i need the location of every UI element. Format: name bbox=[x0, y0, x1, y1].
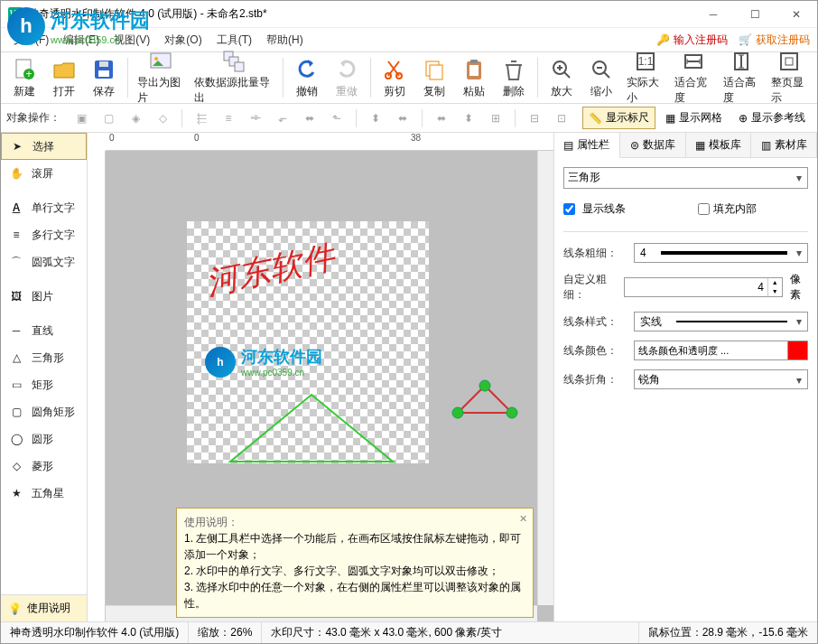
line-style-select[interactable]: 实线 bbox=[634, 312, 808, 331]
tool-ellipse[interactable]: ◯圆形 bbox=[1, 425, 87, 453]
menu-object[interactable]: 对象(O) bbox=[157, 30, 209, 51]
green-triangle-object[interactable] bbox=[221, 387, 402, 469]
tips-close-button[interactable]: ✕ bbox=[516, 512, 529, 525]
layer2-button[interactable]: ◇ bbox=[151, 107, 174, 129]
maximize-button[interactable]: ☐ bbox=[734, 1, 776, 27]
tab-resources[interactable]: ▥素材库 bbox=[751, 133, 817, 157]
menu-file[interactable]: 文件(F) bbox=[6, 30, 56, 51]
align-bottom-button[interactable]: ⬑ bbox=[325, 107, 349, 129]
line-join-label: 线条折角： bbox=[563, 372, 627, 387]
line-color-button[interactable]: 线条颜色和透明度 ... bbox=[634, 341, 808, 360]
triangle-icon: △ bbox=[8, 350, 24, 366]
roundrect-icon: ▢ bbox=[8, 404, 24, 420]
tool-rect[interactable]: ▭矩形 bbox=[1, 371, 87, 398]
send-back-button[interactable]: ▢ bbox=[97, 107, 120, 129]
align-center-button[interactable]: ≡ bbox=[217, 107, 240, 129]
titlebar: W 神奇透明水印制作软件 4.0 (试用版) - 未命名2.stb* ─ ☐ ✕ bbox=[1, 1, 817, 28]
svg-rect-16 bbox=[430, 65, 442, 79]
open-button[interactable]: 打开 bbox=[44, 53, 84, 102]
tool-text-arc[interactable]: ⌒圆弧文字 bbox=[1, 248, 87, 275]
object-ops-label: 对象操作： bbox=[6, 110, 60, 126]
tool-image[interactable]: 🖼图片 bbox=[1, 283, 87, 310]
dist-v-button[interactable]: ⬌ bbox=[391, 107, 414, 129]
key-icon: 🔑 bbox=[656, 33, 670, 46]
menu-view[interactable]: 视图(V) bbox=[107, 30, 157, 51]
dist-h-button[interactable]: ⬍ bbox=[364, 107, 387, 129]
tab-properties[interactable]: ▤属性栏 bbox=[554, 133, 620, 158]
save-button[interactable]: 保存 bbox=[84, 53, 124, 102]
bring-front-button[interactable]: ▣ bbox=[70, 107, 93, 129]
center-h-button[interactable]: ⊟ bbox=[523, 107, 546, 129]
copy-button[interactable]: 复制 bbox=[414, 53, 454, 102]
fit-width-button[interactable]: 适合宽度 bbox=[669, 53, 717, 102]
svg-text:W: W bbox=[10, 8, 21, 21]
zoom-in-button[interactable]: 放大 bbox=[542, 53, 581, 102]
tab-database[interactable]: ⊜数据库 bbox=[620, 133, 686, 157]
actual-size-button[interactable]: 1:1实际大小 bbox=[621, 53, 669, 102]
export-image-button[interactable]: 导出为图片 bbox=[132, 53, 190, 102]
tool-triangle[interactable]: △三角形 bbox=[1, 344, 87, 371]
align-top-button[interactable]: ⬐ bbox=[271, 107, 294, 129]
svg-point-29 bbox=[479, 380, 490, 391]
align-middle-button[interactable]: ⬌ bbox=[298, 107, 321, 129]
get-regcode-link[interactable]: 🛒获取注册码 bbox=[739, 33, 810, 48]
cut-button[interactable]: 剪切 bbox=[375, 53, 414, 102]
fill-checkbox[interactable]: 填充内部 bbox=[698, 201, 757, 217]
menu-edit[interactable]: 编辑(E) bbox=[56, 30, 107, 51]
tips-panel: ✕ 使用说明： 1. 左侧工具栏中选择一个功能后，在画布区域按住鼠标左键拖动，即… bbox=[176, 508, 534, 618]
zoom-out-button[interactable]: 缩小 bbox=[581, 53, 621, 102]
show-line-checkbox[interactable]: 显示线条 bbox=[563, 201, 626, 217]
tool-text-multi[interactable]: ≡多行文字 bbox=[1, 221, 87, 248]
close-button[interactable]: ✕ bbox=[776, 1, 817, 27]
delete-button[interactable]: 删除 bbox=[494, 53, 534, 102]
status-zoom: 缩放：26% bbox=[189, 622, 262, 643]
same-width-button[interactable]: ⬌ bbox=[430, 107, 453, 129]
align-right-button[interactable]: ⬲ bbox=[244, 107, 267, 129]
batch-export-button[interactable]: 依数据源批量导出 bbox=[189, 53, 279, 102]
thickness-select[interactable]: 4 bbox=[634, 243, 808, 263]
shape-type-select[interactable]: 三角形 bbox=[563, 167, 808, 189]
show-grid-toggle[interactable]: ▦显示网格 bbox=[659, 107, 729, 129]
app-icon: W bbox=[8, 7, 23, 22]
svg-point-28 bbox=[452, 407, 463, 418]
help-button[interactable]: 💡使用说明 bbox=[1, 594, 87, 621]
minimize-button[interactable]: ─ bbox=[693, 1, 734, 27]
res-icon: ▥ bbox=[761, 139, 771, 152]
vertical-scrollbar[interactable] bbox=[537, 151, 553, 605]
new-button[interactable]: +新建 bbox=[5, 53, 44, 102]
group-button[interactable]: ⊞ bbox=[484, 107, 507, 129]
logo-circle-icon: h bbox=[205, 347, 236, 378]
canvas-page[interactable]: 河东软件 h 河东软件园 www.pc0359.cn bbox=[187, 221, 429, 463]
line-join-select[interactable]: 锐角 bbox=[634, 369, 808, 389]
tool-pan[interactable]: ✋滚屏 bbox=[1, 160, 87, 187]
tool-text-single[interactable]: A单行文字 bbox=[1, 194, 87, 221]
svg-rect-18 bbox=[469, 65, 479, 76]
menu-tools[interactable]: 工具(T) bbox=[209, 30, 259, 51]
logo-object[interactable]: h 河东软件园 www.pc0359.cn bbox=[205, 346, 322, 378]
menubar: 文件(F) 编辑(E) 视图(V) 对象(O) 工具(T) 帮助(H) 🔑输入注… bbox=[1, 28, 817, 51]
selected-triangle-object[interactable] bbox=[449, 377, 521, 422]
align-left-button[interactable]: ⬱ bbox=[190, 107, 213, 129]
undo-button[interactable]: 撤销 bbox=[287, 53, 327, 102]
input-regcode-link[interactable]: 🔑输入注册码 bbox=[656, 33, 728, 48]
center-v-button[interactable]: ⊡ bbox=[550, 107, 573, 129]
custom-thickness-input[interactable]: ▲▼ bbox=[624, 277, 783, 297]
image-icon: 🖼 bbox=[8, 288, 24, 304]
paste-button[interactable]: 粘贴 bbox=[454, 53, 494, 102]
tool-line[interactable]: ─直线 bbox=[1, 317, 87, 344]
fit-page-button[interactable]: 整页显示 bbox=[766, 53, 813, 102]
tool-star[interactable]: ★五角星 bbox=[1, 480, 87, 507]
custom-thickness-label: 自定义粗细： bbox=[563, 272, 617, 303]
tool-diamond[interactable]: ◇菱形 bbox=[1, 453, 87, 480]
text-icon: A bbox=[8, 200, 24, 216]
tool-roundrect[interactable]: ▢圆角矩形 bbox=[1, 398, 87, 425]
same-height-button[interactable]: ⬍ bbox=[457, 107, 480, 129]
tab-templates[interactable]: ▦模板库 bbox=[686, 133, 752, 157]
menu-help[interactable]: 帮助(H) bbox=[259, 30, 311, 51]
fit-height-button[interactable]: 适合高度 bbox=[718, 53, 766, 102]
tool-select[interactable]: ➤选择 bbox=[1, 133, 87, 160]
show-guide-toggle[interactable]: ⊕显示参考线 bbox=[732, 107, 812, 129]
layer-button[interactable]: ◈ bbox=[124, 107, 147, 129]
redo-button[interactable]: 重做 bbox=[327, 53, 367, 102]
show-ruler-toggle[interactable]: 📏显示标尺 bbox=[582, 107, 655, 129]
